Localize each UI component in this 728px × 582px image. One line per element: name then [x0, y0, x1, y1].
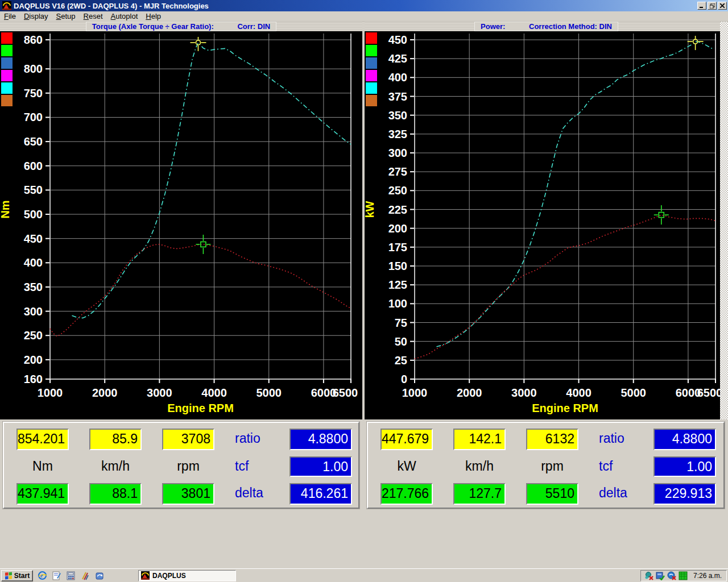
restore-button[interactable]	[708, 2, 717, 10]
svg-text:750: 750	[24, 87, 43, 99]
calculator-icon[interactable]	[66, 571, 76, 580]
system-tray: 7:26 a.m.	[640, 570, 727, 581]
torque-peak-speed: 85.9	[89, 429, 142, 450]
legend-swatch-4[interactable]	[366, 82, 377, 94]
notepad-icon[interactable]	[52, 571, 61, 580]
title-bar[interactable]: DAQPLUS V16 (2WD - DAQPLUS 4) - MJR Tech…	[0, 0, 728, 11]
legend-swatch-5[interactable]	[1, 95, 13, 106]
shield-check-icon[interactable]	[656, 571, 665, 580]
ratio-value: 4.8800	[653, 429, 716, 450]
legend-swatch-1[interactable]	[366, 45, 377, 56]
menu-item-autoplot[interactable]: Autoplot	[107, 12, 142, 20]
power-cursor-speed: 127.7	[453, 483, 506, 505]
svg-text:275: 275	[388, 165, 407, 178]
torque-cursor-rpm: 3801	[162, 483, 214, 505]
torque-peak-rpm: 3708	[162, 429, 214, 450]
y-axis-label: Nm	[0, 200, 11, 218]
torque-cursor-speed: 88.1	[89, 483, 142, 505]
menu-item-reset[interactable]: Reset	[80, 12, 107, 20]
svg-text:375: 375	[388, 90, 407, 103]
minimize-button[interactable]	[697, 2, 706, 10]
legend-swatch-3[interactable]	[1, 70, 13, 81]
svg-text:250: 250	[388, 184, 407, 197]
window-title: DAQPLUS V16 (2WD - DAQPLUS 4) - MJR Tech…	[14, 2, 696, 10]
svg-text:350: 350	[24, 281, 43, 293]
menu-bar: FileDisplaySetupResetAutoplotHelp	[0, 11, 728, 22]
package-icon[interactable]	[94, 571, 104, 580]
power-peak-value: 447.679	[380, 429, 433, 450]
windows-logo-icon	[5, 571, 13, 580]
power-cursor-rpm: 5510	[526, 483, 578, 505]
svg-text:6500: 6500	[333, 386, 358, 399]
delta-value: 416.261	[289, 483, 352, 505]
speed-unit-label: km/h	[89, 456, 142, 477]
legend-swatch-3[interactable]	[366, 70, 377, 81]
svg-text:2000: 2000	[92, 386, 118, 399]
svg-text:350: 350	[388, 109, 407, 122]
power-chart[interactable]: 4504254003753503253002752502252001751501…	[365, 31, 728, 419]
legend-swatch-5[interactable]	[366, 95, 377, 106]
svg-text:300: 300	[388, 147, 407, 159]
menu-item-help[interactable]: Help	[142, 12, 165, 20]
task-button-label: DAQPLUS	[152, 572, 186, 580]
power-readout-panel: 447.679 142.1 6132 ratio 4.8800 kW km/h …	[367, 422, 725, 509]
legend-swatch-2[interactable]	[366, 57, 377, 69]
svg-text:200: 200	[388, 222, 407, 235]
svg-text:325: 325	[388, 128, 407, 140]
svg-text:75: 75	[395, 317, 407, 329]
speed-unit-label: km/h	[453, 456, 506, 477]
torque-chart-title: Torque (Axle Torque ÷ Gear Ratio):	[92, 22, 214, 31]
x-axis-label: Engine RPM	[532, 402, 598, 414]
legend-swatch-0[interactable]	[366, 32, 377, 44]
restore-icon	[710, 3, 715, 9]
torque-chart[interactable]: 8608007507006506005505004504003503002502…	[0, 31, 362, 419]
power-chart-header: Power: Correction Method: DIN	[365, 22, 728, 31]
svg-text:4000: 4000	[201, 386, 227, 399]
daqplus-app-icon[interactable]	[2, 1, 11, 10]
torque-readout-panel: 854.201 85.9 3708 ratio 4.8800 Nm km/h r…	[3, 422, 359, 509]
svg-text:300: 300	[24, 305, 43, 318]
svg-text:1000: 1000	[38, 386, 63, 399]
daqplus-window: DAQPLUS V16 (2WD - DAQPLUS 4) - MJR Tech…	[0, 0, 728, 582]
taskbar: Start e DAQPLUS	[0, 568, 728, 582]
menu-item-file[interactable]: File	[0, 12, 20, 20]
rpm-unit-label: rpm	[526, 456, 578, 477]
svg-text:500: 500	[24, 208, 43, 221]
connection-error-icon[interactable]	[667, 571, 676, 580]
svg-text:50: 50	[395, 335, 407, 348]
delta-label: delta	[599, 483, 633, 505]
legend-swatch-0[interactable]	[1, 32, 13, 44]
svg-text:700: 700	[24, 111, 43, 123]
readout-region: 854.201 85.9 3708 ratio 4.8800 Nm km/h r…	[0, 419, 728, 512]
legend-swatch-4[interactable]	[1, 82, 13, 94]
chart-icon[interactable]	[679, 571, 688, 580]
torque-chart-header: Torque (Axle Torque ÷ Gear Ratio): Corr:…	[0, 22, 362, 31]
window-edge-strip	[720, 22, 728, 419]
bottom-strip: Folder Dyna pack CHASSIS DYNAMOMETERS	[0, 512, 728, 568]
ratio-value: 4.8800	[289, 429, 352, 450]
pens-icon[interactable]	[80, 571, 90, 580]
menu-item-setup[interactable]: Setup	[52, 12, 80, 20]
start-label: Start	[14, 572, 30, 580]
svg-text:4000: 4000	[566, 386, 592, 399]
ie-icon[interactable]: e	[38, 571, 47, 580]
start-button[interactable]: Start	[1, 570, 33, 581]
svg-text:150: 150	[388, 260, 407, 272]
close-button[interactable]	[718, 2, 727, 10]
legend-swatch-2[interactable]	[1, 57, 13, 69]
legend-swatch-1[interactable]	[1, 45, 13, 56]
svg-text:425: 425	[388, 52, 407, 65]
svg-text:3000: 3000	[511, 386, 537, 399]
network-error-icon[interactable]	[644, 571, 653, 580]
torque-peak-value: 854.201	[16, 429, 69, 450]
delta-value: 229.913	[653, 483, 716, 505]
task-button-daqplus[interactable]: DAQPLUS	[138, 570, 236, 581]
svg-text:3000: 3000	[147, 386, 172, 399]
svg-text:550: 550	[24, 184, 43, 196]
svg-text:600: 600	[24, 160, 43, 172]
y-axis-label: kW	[365, 201, 376, 218]
menu-item-display[interactable]: Display	[20, 12, 52, 20]
delta-label: delta	[235, 483, 269, 505]
daqplus-app-icon	[141, 571, 150, 580]
svg-text:2000: 2000	[457, 386, 482, 399]
